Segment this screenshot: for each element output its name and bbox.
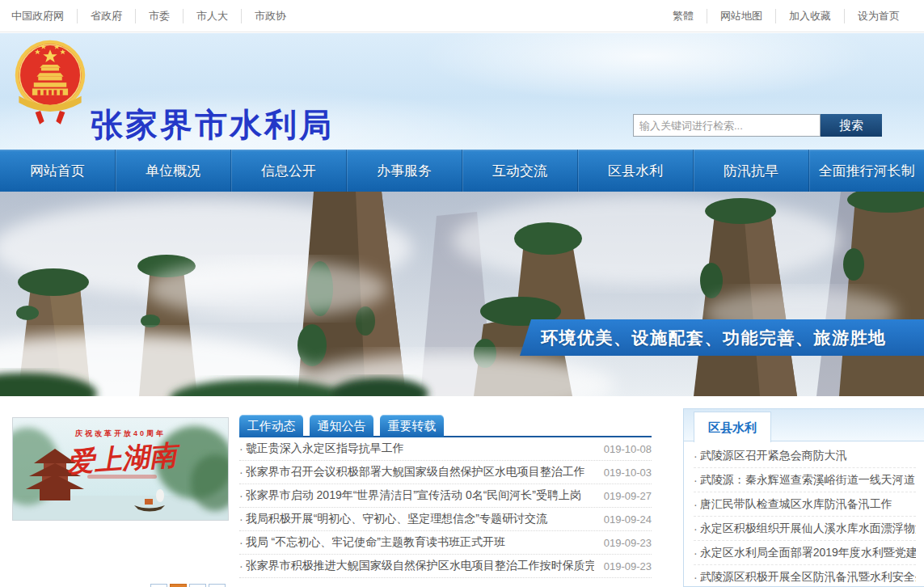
topbar-link-city-congress[interactable]: 市人大 [183,9,241,23]
topbar-link-set-homepage[interactable]: 设为首页 [844,9,913,23]
top-utility-bar: 中国政府网 省政府 市委 市人大 市政协 繁體 网站地图 加入收藏 设为首页 [0,0,924,32]
list-item[interactable]: · 永定区积极组织开展仙人溪水库水面漂浮物清理 [694,517,916,541]
topbar-link-sitemap[interactable]: 网站地图 [707,9,775,23]
national-emblem-icon [13,36,87,132]
news-title: 我局 “不忘初心、牢记使命”主题教育读书班正式开班 [246,535,594,550]
nav-item-info-disclosure[interactable]: 信息公开 [230,150,346,192]
topbar-left-links: 中国政府网 省政府 市委 市人大 市政协 [11,9,299,23]
bullet: · [694,547,698,560]
nav-item-home[interactable]: 网站首页 [0,150,115,192]
news-title: 我局积极开展“明初心、守初心、坚定理想信念”专题研讨交流 [246,512,594,526]
tab-important-reposts[interactable]: 重要转载 [380,415,444,437]
carousel-dot-2-active[interactable] [170,584,187,587]
list-item-title: 武陵源区召开紧急会商防大汛 [700,449,847,463]
bullet: · [239,466,243,479]
list-item[interactable]: · 武陵源：秦永辉巡查索溪峪街道一线天河道 [694,468,916,492]
news-item[interactable]: · 张家界市积极推进大鲵国家级自然保护区水电项目整治工作按时保质完成 019-0… [239,555,652,578]
list-item[interactable]: · 武陵源区召开紧急会商防大汛 [694,444,916,468]
news-date: 019-10-03 [604,467,652,479]
topbar-link-traditional-chinese[interactable]: 繁體 [673,9,707,23]
topbar-link-province-gov[interactable]: 省政府 [77,9,135,23]
list-item[interactable]: · 武陵源区积极开展全区防汛备汛暨水利安全生产检查 [694,565,916,587]
bullet: · [694,474,698,487]
hero-slogan: 环境优美、设施配套、功能完善、旅游胜地 [541,327,887,349]
news-item[interactable]: · 张家界市召开会议积极部署大鲵国家级自然保护区水电项目整治工作 019-10-… [239,461,652,484]
promo-carousel-dots [150,584,228,587]
bullet: · [694,450,698,462]
site-header: 张家界市水利局 搜索 [0,33,924,150]
bullet: · [239,536,243,549]
promo-small-title: 庆祝改革开放40周年 [74,429,166,437]
list-item-title: 唐汇民带队检查城区水库防汛备汛工作 [700,497,892,512]
news-item[interactable]: · 我局 “不忘初心、牢记使命”主题教育读书班正式开班 019-09-23 [239,531,652,555]
district-water-panel-header: 区县水利 [684,409,924,441]
hero-mountains-image [0,192,924,396]
news-title: 虢正贵深入永定区指导抗旱工作 [246,441,594,456]
news-title: 张家界市召开会议积极部署大鲵国家级自然保护区水电项目整治工作 [246,465,594,479]
nav-item-flood-drought[interactable]: 防汛抗旱 [693,150,808,192]
list-item[interactable]: · 永定区水利局全面部署2019年度水利暨党建、党风... [694,541,916,565]
news-date: 019-09-23 [604,537,652,549]
page: 中国政府网 省政府 市委 市人大 市政协 繁體 网站地图 加入收藏 设为首页 [0,0,924,587]
bullet: · [239,560,243,572]
bullet: · [239,513,243,526]
nav-item-services[interactable]: 办事服务 [346,150,462,192]
news-item[interactable]: · 张家界市启动 2019年“世界清洁日”宣传活动 0名“民间河长”受聘上岗 0… [239,484,652,508]
news-date: 019-09-24 [604,513,652,526]
news-date: 019-09-23 [604,560,652,572]
tab-district-water[interactable]: 区县水利 [694,412,771,442]
nav-item-district-water[interactable]: 区县水利 [577,150,693,192]
topbar-link-add-favorite[interactable]: 加入收藏 [775,9,844,23]
topbar-right-links: 繁體 网站地图 加入收藏 设为首页 [673,9,913,23]
news-title: 张家界市启动 2019年“世界清洁日”宣传活动 0名“民间河长”受聘上岗 [246,488,594,503]
list-item[interactable]: · 唐汇民带队检查城区水库防汛备汛工作 [694,492,916,517]
news-date: 019-09-27 [604,490,652,502]
promo-banner-aishanghunan[interactable]: 庆祝改革开放40周年 爱上湖南 [12,417,229,521]
tab-notices[interactable]: 通知公告 [310,415,373,437]
search-button[interactable]: 搜索 [821,114,882,137]
main-nav: 网站首页 单位概况 信息公开 办事服务 互动交流 区县水利 防汛抗旱 全面推行河… [0,150,924,192]
list-item-title: 武陵源：秦永辉巡查索溪峪街道一线天河道 [700,473,915,488]
bullet: · [694,522,698,535]
search-input[interactable] [633,114,821,137]
topbar-link-city-cppcc[interactable]: 市政协 [241,9,299,23]
carousel-dot-4[interactable] [209,584,226,587]
site-title: 张家界市水利局 [91,103,334,147]
bullet: · [239,442,243,455]
nav-item-about[interactable]: 单位概况 [115,150,230,192]
news-list: · 虢正贵深入永定区指导抗旱工作 019-10-08 · 张家界市召开会议积极部… [239,437,652,578]
news-title: 张家界市积极推进大鲵国家级自然保护区水电项目整治工作按时保质完成 [246,559,594,573]
news-tabs: 工作动态 通知公告 重要转载 [239,415,652,437]
hero-slogan-band: 环境优美、设施配套、功能完善、旅游胜地 [520,319,924,356]
news-item[interactable]: · 虢正贵深入永定区指导抗旱工作 019-10-08 [239,437,652,461]
content-area: 庆祝改革开放40周年 爱上湖南 工作动态 通知公告 重要转载 · 虢正贵深入永定… [0,396,924,587]
topbar-link-city-committee[interactable]: 市委 [135,9,183,23]
news-date: 019-10-08 [604,443,652,455]
site-search: 搜索 [633,114,882,137]
list-item-title: 永定区积极组织开展仙人溪水库水面漂浮物清理 [700,522,916,536]
nav-item-river-chief[interactable]: 全面推行河长制 [808,150,924,192]
bullet: · [694,498,698,511]
hero-banner: 环境优美、设施配套、功能完善、旅游胜地 [0,192,924,396]
news-panel: 工作动态 通知公告 重要转载 · 虢正贵深入永定区指导抗旱工作 019-10-0… [239,396,652,578]
carousel-dot-3[interactable] [189,584,206,587]
bullet: · [694,571,698,584]
topbar-link-china-gov[interactable]: 中国政府网 [11,9,77,23]
district-water-list: · 武陵源区召开紧急会商防大汛 · 武陵源：秦永辉巡查索溪峪街道一线天河道 · … [684,441,924,587]
nav-item-interaction[interactable]: 互动交流 [462,150,577,192]
bullet: · [239,489,243,502]
district-water-panel: 区县水利 · 武陵源区召开紧急会商防大汛 · 武陵源：秦永辉巡查索溪峪街道一线天… [683,408,924,587]
carousel-dot-1[interactable] [150,584,167,587]
list-item-title: 武陵源区积极开展全区防汛备汛暨水利安全生产检查 [700,570,916,585]
news-item[interactable]: · 我局积极开展“明初心、守初心、坚定理想信念”专题研讨交流 019-09-24 [239,508,652,531]
tab-work-dynamics[interactable]: 工作动态 [239,415,303,437]
list-item-title: 永定区水利局全面部署2019年度水利暨党建、党风... [700,546,916,560]
